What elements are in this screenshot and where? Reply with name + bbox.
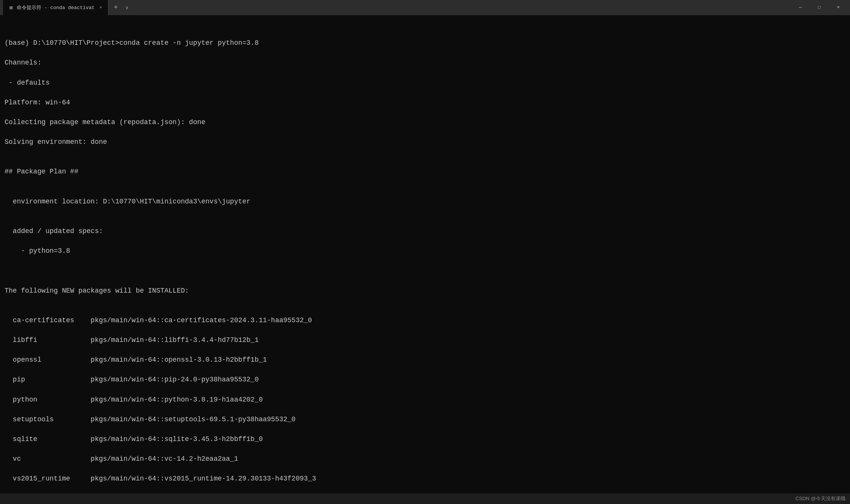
terminal-line: - python=3.8 bbox=[5, 246, 845, 256]
terminal-line: vc pkgs/main/win-64::vc-14.2-h2eaa2aa_1 bbox=[5, 454, 845, 464]
tab-close-button[interactable]: × bbox=[98, 5, 104, 11]
tab-dropdown-button[interactable]: ∨ bbox=[122, 3, 131, 12]
terminal-line bbox=[5, 266, 845, 276]
terminal-line: setuptools pkgs/main/win-64::setuptools-… bbox=[5, 414, 845, 424]
terminal-line: The following NEW packages will be INSTA… bbox=[5, 286, 845, 296]
minimize-button[interactable]: ─ bbox=[792, 2, 809, 14]
statusbar: CSDN @今天没有课哦 bbox=[0, 493, 850, 504]
terminal-line: Channels: bbox=[5, 58, 845, 68]
terminal-line: sqlite pkgs/main/win-64::sqlite-3.45.3-h… bbox=[5, 434, 845, 444]
terminal-line bbox=[5, 157, 845, 167]
maximize-button[interactable]: □ bbox=[811, 2, 828, 14]
terminal-line: - defaults bbox=[5, 78, 845, 88]
terminal-line: Collecting package metadata (repodata.js… bbox=[5, 117, 845, 127]
terminal-output[interactable]: (base) D:\10770\HIT\Project>conda create… bbox=[0, 15, 850, 493]
terminal-line: vs2015_runtime pkgs/main/win-64::vs2015_… bbox=[5, 474, 845, 484]
terminal-line bbox=[5, 306, 845, 315]
window-controls: ─ □ × bbox=[792, 2, 847, 14]
titlebar: ⊞ 命令提示符 - conda deactivat × + ∨ ─ □ × bbox=[0, 0, 850, 15]
tab-label: 命令提示符 - conda deactivat bbox=[17, 4, 94, 11]
terminal-line: added / updated specs: bbox=[5, 226, 845, 236]
terminal-line: openssl pkgs/main/win-64::openssl-3.0.13… bbox=[5, 355, 845, 365]
terminal-line: ## Package Plan ## bbox=[5, 167, 845, 176]
terminal-line: python pkgs/main/win-64::python-3.8.19-h… bbox=[5, 395, 845, 405]
terminal-line bbox=[5, 276, 845, 285]
terminal-line bbox=[5, 187, 845, 197]
tab-icon: ⊞ bbox=[8, 4, 14, 11]
close-button[interactable]: × bbox=[830, 2, 847, 14]
terminal-window: ⊞ 命令提示符 - conda deactivat × + ∨ ─ □ × (b… bbox=[0, 0, 850, 504]
terminal-line: (base) D:\10770\HIT\Project>conda create… bbox=[5, 38, 845, 48]
terminal-line: pip pkgs/main/win-64::pip-24.0-py38haa95… bbox=[5, 375, 845, 384]
terminal-line: libffi pkgs/main/win-64::libffi-3.4.4-hd… bbox=[5, 335, 845, 345]
terminal-line: ca-certificates pkgs/main/win-64::ca-cer… bbox=[5, 315, 845, 325]
new-tab-button[interactable]: + bbox=[110, 2, 121, 13]
terminal-line: Platform: win-64 bbox=[5, 98, 845, 107]
statusbar-text: CSDN @今天没有课哦 bbox=[795, 495, 845, 502]
terminal-line bbox=[5, 216, 845, 226]
terminal-line: environment location: D:\10770\HIT\minic… bbox=[5, 197, 845, 206]
active-tab[interactable]: ⊞ 命令提示符 - conda deactivat × bbox=[3, 0, 109, 15]
tab-area: ⊞ 命令提示符 - conda deactivat × + ∨ bbox=[3, 0, 792, 15]
terminal-line: Solving environment: done bbox=[5, 137, 845, 147]
